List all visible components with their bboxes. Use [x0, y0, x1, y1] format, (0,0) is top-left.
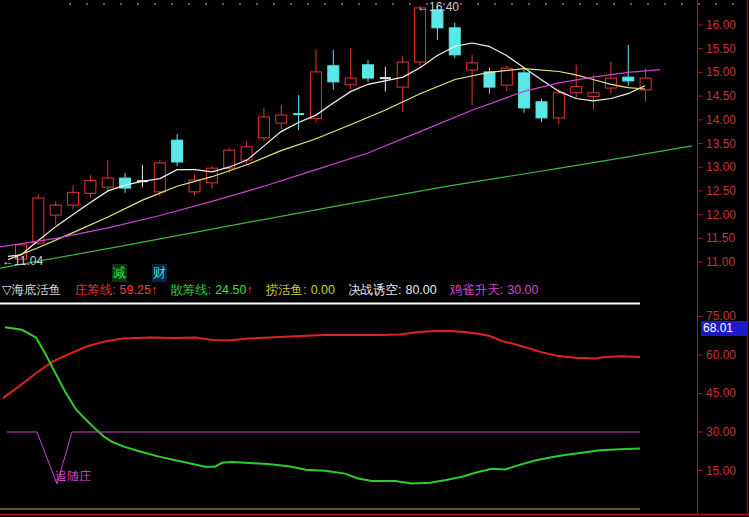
candle: [258, 108, 269, 141]
price-tick-label: 16.00: [706, 18, 736, 32]
grid-dot: [69, 3, 71, 5]
indicator-item-label: 庄筹线:: [75, 281, 116, 299]
current-value-marker: 68.01: [701, 321, 748, 336]
candle-body: [536, 102, 547, 118]
indicator-tick-label: 30.00: [706, 425, 736, 439]
candle: [276, 105, 287, 130]
indicator-item-label: 决战诱空:: [348, 281, 401, 299]
grid-dot: [222, 3, 224, 5]
grid-dot: [324, 3, 326, 5]
candle: [449, 23, 460, 59]
grid-dot: [375, 3, 377, 5]
price-axis: 16.0015.5015.0014.5014.0013.5013.0012.50…: [697, 0, 736, 514]
price-tick-label: 12.50: [706, 184, 736, 198]
grid-dot: [239, 3, 241, 5]
candle: [102, 160, 113, 191]
watermark-cai: 财: [152, 264, 167, 282]
indicator-item-value: 24.50: [215, 281, 246, 299]
candle: [120, 173, 131, 193]
candle-body: [50, 205, 61, 215]
candle: [310, 50, 321, 122]
indicator-item-3: 决战诱空:80.00: [348, 281, 437, 299]
candle: [536, 98, 547, 122]
watermark-jian: 减: [112, 264, 127, 282]
candle: [605, 62, 616, 94]
grid-dot: [409, 3, 411, 5]
grid-dot: [613, 3, 615, 5]
grid-dot: [86, 3, 88, 5]
candle-body: [310, 72, 321, 118]
candle-body: [328, 66, 339, 82]
candle: [571, 65, 582, 99]
candle: [68, 185, 79, 209]
ma-green-line: [0, 146, 692, 268]
grid-dot: [579, 3, 581, 5]
indicator-item-value: 0.00: [311, 281, 335, 299]
candle: [328, 50, 339, 90]
price-tick-label: 12.00: [706, 208, 736, 222]
candle-body: [484, 72, 495, 87]
candle-body: [553, 93, 564, 118]
grid-dot: [137, 3, 139, 5]
candle: [137, 165, 148, 187]
candle-body: [258, 117, 269, 138]
grid-dot: [681, 3, 683, 5]
grid-dot: [205, 3, 207, 5]
ma-white-line: [8, 43, 645, 256]
indicator-title[interactable]: ▽海底活鱼: [2, 281, 62, 299]
grid-dot: [511, 3, 513, 5]
candle: [380, 67, 391, 92]
candle: [189, 174, 200, 195]
indicator-tick-label: 60.00: [706, 348, 736, 362]
candle: [640, 68, 651, 102]
indicator-item-value: 59.25: [120, 281, 151, 299]
price-tick-label: 14.00: [706, 113, 736, 127]
grid-dot: [392, 3, 394, 5]
grid-dot: [596, 3, 598, 5]
top-dotted-gridline: [69, 3, 734, 5]
grid-dot: [290, 3, 292, 5]
candle: [553, 89, 564, 125]
candle-body: [276, 115, 287, 123]
candle-body: [33, 198, 44, 243]
candle-body: [588, 93, 599, 97]
indicator-item-label: 散筹线:: [170, 281, 211, 299]
indicator-item-4: 鸡雀升天:30.00: [450, 281, 539, 299]
candle-body: [68, 192, 79, 205]
candle-body: [415, 8, 426, 62]
price-tick-label: 11.50: [706, 231, 735, 245]
price-tick-label: 11.00: [706, 255, 735, 269]
trend-up-arrow-icon: ↑: [246, 281, 252, 299]
grid-dot: [171, 3, 173, 5]
grid-dot: [188, 3, 190, 5]
candle-body: [449, 28, 460, 55]
grid-dot: [307, 3, 309, 5]
indicator-item-value: 80.00: [405, 281, 436, 299]
candle-body: [85, 180, 96, 193]
candle: [623, 45, 634, 86]
trading-terminal: 16.0015.5015.0014.5014.0013.5013.0012.50…: [0, 0, 749, 517]
indicator-item-value: 30.00: [507, 281, 538, 299]
grid-dot: [477, 3, 479, 5]
candle: [363, 60, 374, 82]
chart-canvas[interactable]: 16.0015.5015.0014.5014.0013.5013.0012.50…: [0, 0, 749, 517]
grid-dot: [732, 3, 734, 5]
grid-dot: [528, 3, 530, 5]
price-tick-label: 13.00: [706, 160, 736, 174]
candle: [501, 65, 512, 91]
follow-banker-annotation: 追随庄: [55, 468, 91, 485]
grid-dot: [460, 3, 462, 5]
grid-dot: [630, 3, 632, 5]
grid-dot: [494, 3, 496, 5]
grid-dot: [154, 3, 156, 5]
ma-yellow-line: [8, 69, 645, 260]
high-price-label: ←16.40: [417, 0, 459, 14]
candle-body: [623, 77, 634, 81]
candle-body: [172, 140, 183, 162]
candle-body: [345, 78, 356, 85]
series-散筹线: [5, 327, 640, 483]
indicator-item-2: 捞活鱼:0.00: [266, 281, 335, 299]
low-price-label: ←11.04: [2, 254, 43, 268]
candlestick-panel: [0, 6, 692, 268]
price-tick-label: 14.50: [706, 89, 736, 103]
